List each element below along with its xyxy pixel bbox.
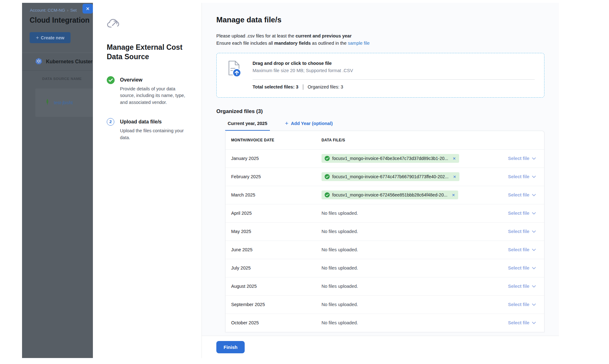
month-label: January 2025 [231, 156, 322, 161]
modal-main: Manage data file/s Please upload .csv fi… [202, 3, 559, 358]
chevron-down-icon [532, 157, 536, 160]
select-file-label: Select file [508, 247, 529, 252]
select-file-dropdown[interactable]: Select file [508, 284, 536, 289]
remove-file-icon[interactable]: ✕ [452, 193, 455, 197]
chevron-down-icon [532, 194, 536, 196]
table-row: July 2025 No files uploaded. Select file [225, 259, 544, 277]
data-source-row[interactable]: test-jbisht [35, 88, 93, 117]
file-name: focusv1_mongo-invoice-674be3ce47c73d37dd… [332, 156, 448, 161]
upload-instructions: Please upload .csv files for at least th… [216, 32, 544, 47]
select-file-dropdown[interactable]: Select file [508, 192, 536, 197]
data-source-name-column-header: DATA SOURCE NAME [42, 77, 82, 81]
file-cell: No files uploaded. [322, 247, 502, 252]
table-row: August 2025 No files uploaded. Select fi… [225, 277, 544, 296]
chevron-down-icon [532, 321, 536, 324]
breadcrumb-separator: › [67, 8, 69, 13]
table-row: April 2025 No files uploaded. Select fil… [225, 204, 544, 223]
file-success-check-icon [325, 192, 330, 197]
file-cell: No files uploaded. [322, 284, 502, 289]
select-file-label: Select file [508, 174, 529, 179]
create-new-button[interactable]: + Create new [30, 32, 71, 43]
content-title: Manage data file/s [216, 15, 544, 24]
chevron-down-icon [532, 175, 536, 178]
file-cell: focusv1_mongo-invoice-674be3ce47c73d37dd… [322, 154, 502, 163]
select-file-label: Select file [508, 192, 529, 197]
file-cell: No files uploaded. [322, 265, 502, 270]
remove-file-icon[interactable]: ✕ [452, 156, 456, 161]
select-file-dropdown[interactable]: Select file [508, 229, 536, 234]
select-file-label: Select file [508, 284, 529, 289]
month-label: March 2025 [231, 192, 322, 197]
no-files-label: No files uploaded. [322, 211, 358, 216]
select-file-label: Select file [508, 320, 529, 325]
step-upload-label: Upload data file/s [120, 118, 187, 125]
file-cell: No files uploaded. [322, 229, 502, 234]
add-year-button[interactable]: + Add Year (optional) [285, 121, 333, 131]
instruction-line1-text: Please upload .csv files for at least th… [216, 33, 295, 38]
file-cell: No files uploaded. [322, 211, 502, 216]
select-file-dropdown[interactable]: Select file [508, 174, 536, 179]
close-button[interactable]: ✕ [83, 4, 93, 14]
page-title: Cloud Integration [30, 16, 89, 25]
uploaded-file-chip: focusv1_mongo-invoice-672456ee851bbb28c6… [322, 191, 458, 199]
instruction-line-2: Ensure each file includes all mandatory … [216, 40, 544, 47]
instruction-line1-bold: current and previous year [295, 33, 351, 38]
no-files-label: No files uploaded. [322, 320, 358, 325]
modal-scroll-area[interactable]: Manage data file/s Please upload .csv fi… [202, 3, 559, 336]
file-name: focusv1_mongo-invoice-6774c477b667901d77… [332, 174, 448, 179]
dropzone-subtitle: Maximum file size 20 MB; Supported forma… [253, 68, 535, 73]
no-files-label: No files uploaded. [322, 284, 358, 289]
tab-current-year[interactable]: Current year, 2025 [225, 121, 270, 131]
select-file-dropdown[interactable]: Select file [508, 211, 536, 216]
finish-button[interactable]: Finish [216, 341, 245, 353]
month-label: October 2025 [231, 320, 322, 325]
select-file-label: Select file [508, 211, 529, 216]
monthly-files-table: MONTH/INVOICE DATE DATA FILE/S January 2… [225, 131, 544, 332]
select-file-dropdown[interactable]: Select file [508, 320, 536, 325]
column-header-data-files: DATA FILE/S [322, 138, 345, 142]
step-overview[interactable]: Overview Provide details of your data so… [107, 76, 188, 106]
chevron-down-icon [532, 212, 536, 215]
organized-files-heading: Organized files (3) [216, 108, 544, 115]
file-upload-icon [227, 60, 242, 79]
table-body: January 2025 focusv1_mongo-invoice-674be… [225, 150, 544, 332]
select-file-dropdown[interactable]: Select file [508, 302, 536, 307]
breadcrumb-trail-link[interactable]: Set [70, 8, 77, 13]
chevron-down-icon [532, 248, 536, 251]
create-new-label: Create new [41, 35, 65, 40]
sample-file-link[interactable]: sample file [348, 41, 370, 46]
kubernetes-clusters-section[interactable]: Kubernetes Clusters [22, 53, 93, 71]
month-label: April 2025 [231, 211, 322, 216]
kubernetes-clusters-label: Kubernetes Clusters [46, 59, 93, 65]
remove-file-icon[interactable]: ✕ [453, 174, 456, 179]
plus-icon: + [36, 35, 39, 41]
uploaded-file-chip: focusv1_mongo-invoice-6774c477b667901d77… [322, 172, 459, 181]
wizard-steps: Overview Provide details of your data so… [107, 76, 188, 141]
wizard-sidebar: Manage External Cost Data Source Overvie… [93, 3, 202, 358]
select-file-label: Select file [508, 156, 529, 161]
table-row: March 2025 focusv1_mongo-invoice-672456e… [225, 186, 544, 204]
step-complete-check-icon [107, 80, 115, 85]
select-file-dropdown[interactable]: Select file [508, 265, 536, 270]
organized-files-count: Organized files: 3 [308, 84, 343, 89]
step-upload-data-files[interactable]: 2 Upload data file/s Upload the files co… [107, 118, 188, 141]
select-file-dropdown[interactable]: Select file [508, 247, 536, 252]
table-row: February 2025 focusv1_mongo-invoice-6774… [225, 168, 544, 186]
no-files-label: No files uploaded. [322, 302, 358, 307]
breadcrumb-account-link[interactable]: Account: CCM-NG [30, 8, 65, 13]
select-file-label: Select file [508, 229, 529, 234]
column-header-month: MONTH/INVOICE DATE [231, 138, 322, 142]
table-row: May 2025 No files uploaded. Select file [225, 223, 544, 241]
kubernetes-icon [35, 58, 42, 66]
file-name: focusv1_mongo-invoice-672456ee851bbb28c6… [332, 192, 447, 197]
table-header-row: MONTH/INVOICE DATE DATA FILE/S [225, 131, 544, 150]
month-label: June 2025 [231, 247, 322, 252]
dimmed-background-app: Account: CCM-NG›Set Cloud Integration + … [22, 3, 93, 358]
no-files-label: No files uploaded. [322, 247, 358, 252]
data-source-link[interactable]: test-jbisht [54, 100, 73, 105]
add-year-label: Add Year (optional) [291, 121, 333, 126]
instruction-line-1: Please upload .csv files for at least th… [216, 32, 544, 40]
select-file-dropdown[interactable]: Select file [508, 156, 536, 161]
year-tabs: Current year, 2025 + Add Year (optional) [225, 121, 544, 131]
file-dropzone[interactable]: Drag and drop or click to choose file Ma… [216, 53, 544, 98]
